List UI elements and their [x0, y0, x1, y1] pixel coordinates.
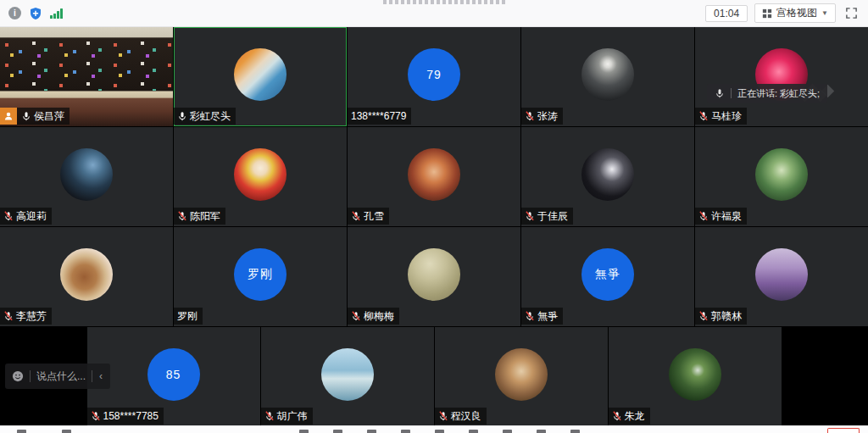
name-tag: 侯昌萍 — [0, 108, 70, 125]
grid-row: 李慧芳 罗刚罗刚 柳梅梅 無爭 無爭 郭赣林 — [0, 227, 868, 326]
fullscreen-button[interactable] — [843, 5, 860, 22]
toolbar-icon-fragment — [367, 430, 376, 433]
avatar-text: 無爭 — [595, 266, 620, 281]
avatar: 85 — [147, 347, 200, 400]
chat-input[interactable]: 说点什么... — [36, 369, 86, 384]
participant-tile[interactable]: 马桂珍 — [695, 27, 868, 126]
toolbar-icon-fragment — [299, 430, 309, 433]
avatar — [234, 147, 287, 200]
name-tag: 于佳辰 — [521, 208, 573, 225]
participant-name: 胡广伟 — [277, 409, 308, 424]
topbar-status-icons: i — [8, 7, 63, 20]
participant-tile[interactable]: 许福泉 — [695, 127, 868, 226]
speaking-banner: 正在讲话: 彩虹尽头; — [707, 84, 827, 103]
participant-tile[interactable]: 李慧芳 — [0, 227, 173, 326]
mic-muted-icon — [438, 411, 448, 421]
participant-tile[interactable]: 朱龙 — [609, 327, 782, 426]
participant-tile[interactable]: 高迎莉 — [0, 127, 173, 226]
participant-tile[interactable]: 柳梅梅 — [348, 227, 520, 326]
participant-tile[interactable]: 罗刚罗刚 — [174, 227, 347, 326]
participant-tile[interactable]: 张涛 — [521, 27, 694, 126]
avatar — [408, 147, 460, 200]
name-tag: 许福泉 — [695, 208, 747, 225]
network-signal-icon[interactable] — [50, 8, 63, 19]
mic-muted-icon — [698, 311, 709, 321]
grid-row: 侯昌萍 彩虹尽头 79138****6779 张涛 马桂珍 — [0, 27, 868, 126]
participant-name: 侯昌萍 — [34, 109, 64, 124]
participant-name: 158****7785 — [103, 410, 159, 422]
end-meeting-button-fragment[interactable] — [827, 428, 860, 433]
participant-name: 彩虹尽头 — [190, 109, 231, 124]
avatar — [408, 247, 460, 300]
participant-tile[interactable]: 胡广伟 — [261, 327, 434, 426]
mic-on-icon — [715, 88, 725, 98]
name-tag: 彩虹尽头 — [174, 108, 236, 125]
grid-view-button[interactable]: 宫格视图 ▼ — [754, 3, 836, 23]
avatar — [581, 47, 634, 100]
mic-muted-icon — [351, 211, 361, 221]
info-icon[interactable]: i — [8, 7, 21, 19]
participant-name: 于佳辰 — [537, 209, 568, 224]
mic-muted-icon — [698, 111, 709, 121]
avatar — [581, 147, 634, 200]
participant-tile[interactable]: 79138****6779 — [348, 27, 520, 126]
participant-tile[interactable]: 彩虹尽头 — [174, 27, 347, 126]
participant-tile[interactable]: 無爭 無爭 — [521, 227, 694, 326]
participant-name: 张涛 — [537, 109, 558, 124]
toolbar-icon-fragment — [333, 430, 342, 433]
toolbar-icon-fragment — [62, 430, 71, 433]
mic-on-icon — [21, 111, 31, 121]
participant-name: 朱龙 — [625, 409, 645, 424]
participant-name: 高迎莉 — [16, 209, 47, 224]
name-tag: 138****6779 — [348, 108, 411, 125]
mic-muted-icon — [612, 411, 622, 421]
participant-tile[interactable]: 程汉良 — [435, 327, 608, 426]
name-tag: 程汉良 — [435, 408, 487, 425]
avatar — [755, 247, 808, 300]
participant-tile[interactable]: 于佳辰 — [521, 127, 694, 226]
avatar — [321, 347, 374, 400]
participant-name: 许福泉 — [711, 209, 742, 224]
participant-tile[interactable]: 侯昌萍 — [0, 27, 173, 126]
avatar-text: 85 — [166, 367, 181, 380]
led-screen — [0, 39, 173, 91]
participant-name: 柳梅梅 — [364, 309, 394, 324]
mic-muted-icon — [91, 411, 101, 421]
name-tag: 郭赣林 — [695, 308, 747, 325]
mic-muted-icon — [3, 311, 14, 321]
participant-name: 马桂珍 — [711, 109, 742, 124]
name-tag: 胡广伟 — [261, 408, 313, 425]
mic-muted-icon — [351, 311, 361, 321]
mic-muted-icon — [698, 211, 709, 221]
participant-tile[interactable]: 郭赣林 — [695, 227, 868, 326]
participant-tile[interactable]: 陈阳军 — [174, 127, 347, 226]
divider — [92, 370, 92, 382]
participant-tile[interactable]: 孔雪 — [348, 127, 520, 226]
avatar — [495, 347, 548, 400]
toolbar-icon-fragment — [469, 430, 478, 433]
participant-name: 李慧芳 — [16, 309, 47, 324]
name-tag: 陈阳军 — [174, 208, 225, 225]
mic-muted-icon — [3, 211, 14, 221]
collapse-chevron-icon[interactable]: ‹ — [98, 370, 103, 382]
participant-name: 孔雪 — [364, 209, 384, 224]
shield-icon[interactable] — [29, 7, 42, 20]
avatar: 罗刚 — [234, 247, 287, 300]
mic-muted-icon — [177, 211, 187, 221]
avatar — [755, 147, 808, 200]
name-tag: 柳梅梅 — [348, 308, 399, 325]
mic-muted-icon — [525, 111, 535, 121]
meeting-timer: 01:04 — [705, 5, 748, 22]
toolbar-icon-fragment — [401, 430, 410, 433]
emoji-icon[interactable] — [12, 370, 24, 382]
grid-view-icon — [762, 8, 772, 19]
name-tag: 李慧芳 — [0, 308, 52, 325]
mic-on-icon — [177, 111, 187, 121]
chevron-down-icon: ▼ — [821, 9, 828, 17]
participant-tile[interactable]: 85 158****7785 — [87, 327, 260, 426]
window-title-fragment — [383, 0, 506, 4]
avatar-text: 罗刚 — [248, 266, 273, 281]
fullscreen-icon — [845, 7, 858, 19]
mic-muted-icon — [525, 211, 535, 221]
grid-view-label: 宫格视图 — [776, 6, 817, 20]
